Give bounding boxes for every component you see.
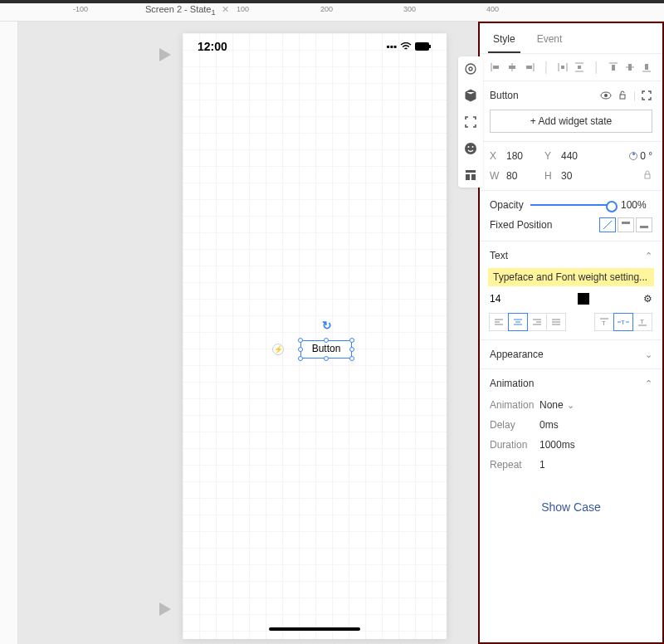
scan-icon[interactable]	[463, 115, 478, 129]
appearance-section-header[interactable]: Appearance⌄	[490, 349, 652, 360]
opacity-slider[interactable]	[530, 204, 614, 206]
animation-select[interactable]: None⌄	[540, 399, 574, 411]
lock-icon[interactable]	[617, 90, 628, 101]
fixed-pos-none-icon[interactable]	[599, 217, 616, 232]
wifi-icon	[400, 42, 412, 51]
phone-frame: 12:00 ▪▪▪	[183, 33, 447, 639]
x-input[interactable]: 180	[506, 150, 523, 162]
rotation-dial-icon[interactable]	[629, 152, 637, 160]
widget-name: Button	[490, 90, 519, 101]
expand-icon[interactable]	[641, 90, 652, 101]
battery-icon	[415, 42, 432, 51]
show-case-button[interactable]: Show Case	[480, 487, 662, 527]
home-indicator	[269, 627, 360, 631]
text-align-left-icon[interactable]	[489, 313, 509, 331]
interaction-badge-icon[interactable]: ⚡	[272, 344, 284, 355]
svg-rect-9	[471, 174, 476, 180]
svg-text:T: T	[621, 319, 625, 326]
tab-event[interactable]: Event	[532, 28, 568, 53]
h-input[interactable]: 30	[561, 170, 572, 182]
svg-rect-7	[466, 170, 476, 173]
svg-rect-31	[645, 174, 650, 178]
delay-input[interactable]: 0ms	[540, 419, 559, 431]
typeface-dropdown[interactable]: Typeface and Font weight setting...	[488, 268, 654, 286]
panel-tabs: Style Event	[480, 23, 662, 54]
rotation-input[interactable]: 0 °	[640, 150, 652, 162]
svg-point-4	[465, 143, 476, 154]
text-valign-top-icon[interactable]: T	[594, 313, 614, 331]
gear-icon[interactable]: ⚙	[643, 293, 652, 305]
svg-point-5	[468, 146, 470, 148]
guide-arrow-top	[159, 48, 171, 61]
device-status-bar: 12:00 ▪▪▪	[183, 40, 447, 53]
rotate-handle-icon[interactable]: ↻	[322, 319, 332, 332]
svg-point-6	[472, 146, 474, 148]
canvas[interactable]: 12:00 ▪▪▪ ↻ ⚡ Button	[18, 22, 478, 644]
svg-rect-27	[645, 64, 648, 70]
vertical-ruler	[0, 22, 18, 644]
font-size-input[interactable]	[490, 293, 523, 305]
horizontal-ruler: -100 Screen 2 - State1 ✕ 100 200 300 400	[0, 3, 664, 22]
screen-label[interactable]: Screen 2 - State1 ✕	[145, 4, 229, 17]
text-align-justify-icon[interactable]	[546, 313, 566, 331]
lock-aspect-icon[interactable]	[642, 170, 652, 182]
fixed-pos-bottom-icon[interactable]	[636, 217, 652, 232]
distribute-v-icon[interactable]	[572, 59, 587, 76]
svg-point-3	[469, 67, 472, 71]
guide-arrow-bottom	[159, 603, 171, 616]
svg-line-32	[603, 221, 612, 229]
repeat-input[interactable]: 1	[540, 459, 545, 471]
svg-rect-1	[429, 45, 431, 48]
svg-point-2	[466, 64, 476, 74]
smiley-icon[interactable]	[463, 141, 478, 156]
tab-style[interactable]: Style	[488, 28, 520, 53]
w-input[interactable]: 80	[506, 170, 517, 182]
text-align-right-icon[interactable]	[527, 313, 547, 331]
align-left-icon[interactable]	[488, 59, 503, 76]
chevron-down-icon: ⌄	[645, 349, 652, 360]
target-icon[interactable]	[463, 61, 478, 76]
svg-rect-34	[640, 226, 648, 228]
svg-rect-15	[526, 66, 532, 69]
canvas-toolbar	[458, 56, 483, 188]
svg-rect-30	[620, 95, 625, 99]
align-bottom-icon[interactable]	[639, 59, 654, 76]
svg-rect-23	[612, 65, 615, 71]
fixed-position-label: Fixed Position	[490, 219, 552, 231]
y-input[interactable]: 440	[561, 150, 578, 162]
signal-icon: ▪▪▪	[386, 41, 397, 52]
layout-icon[interactable]	[463, 168, 478, 183]
alignment-toolbar: | |	[480, 54, 662, 81]
align-right-icon[interactable]	[521, 59, 536, 76]
align-center-h-icon[interactable]	[505, 59, 520, 76]
add-widget-state-button[interactable]: + Add widget state	[490, 110, 652, 133]
svg-point-29	[604, 94, 608, 97]
align-center-v-icon[interactable]	[622, 59, 637, 76]
fixed-pos-top-icon[interactable]	[618, 217, 634, 232]
properties-panel: Style Event | | Button |	[478, 22, 664, 644]
opacity-value[interactable]: 100	[621, 199, 637, 211]
duration-input[interactable]: 1000ms	[540, 439, 575, 451]
svg-rect-18	[561, 66, 564, 69]
opacity-label: Opacity	[490, 199, 524, 211]
status-indicators: ▪▪▪	[386, 41, 432, 52]
animation-section-header[interactable]: Animation⌃	[490, 378, 652, 389]
close-icon[interactable]: ✕	[222, 4, 229, 14]
chevron-up-icon: ⌃	[645, 251, 652, 261]
svg-text:T: T	[602, 320, 606, 326]
text-section-header[interactable]: Text⌃	[490, 250, 652, 261]
chevron-up-icon: ⌃	[645, 378, 652, 389]
cube-icon[interactable]	[463, 88, 478, 103]
svg-rect-8	[466, 174, 470, 180]
distribute-h-icon[interactable]	[555, 59, 570, 76]
text-valign-middle-icon[interactable]: T	[613, 313, 633, 331]
text-color-swatch[interactable]	[578, 293, 589, 305]
svg-rect-0	[415, 42, 429, 51]
status-time: 12:00	[198, 40, 227, 53]
align-top-icon[interactable]	[605, 59, 620, 76]
text-valign-bottom-icon[interactable]: T	[632, 313, 652, 331]
svg-rect-25	[628, 64, 632, 71]
selected-button-widget[interactable]: Button	[300, 340, 352, 359]
eye-icon[interactable]	[600, 90, 612, 101]
text-align-center-icon[interactable]	[508, 313, 528, 331]
